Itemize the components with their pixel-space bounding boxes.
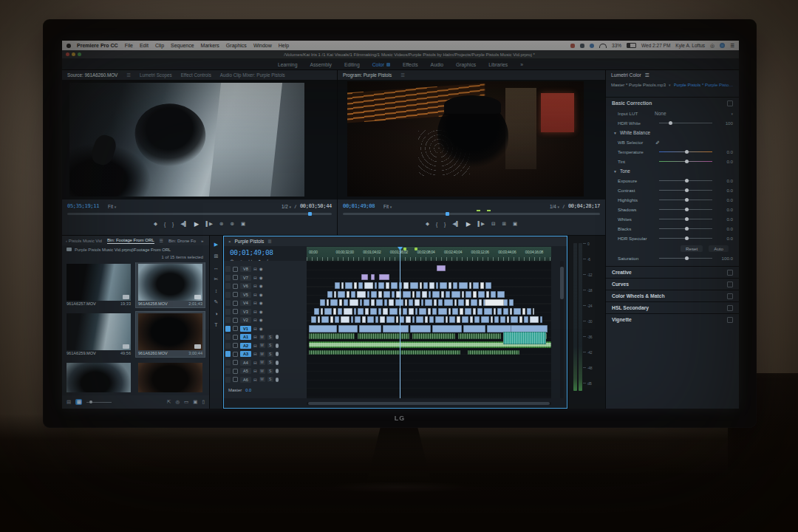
timeline-clip[interactable] [347,291,349,298]
timeline-clip[interactable] [428,308,431,315]
timeline-clip[interactable] [358,333,409,339]
track-visibility-icon[interactable]: ◉ [259,267,263,271]
timeline-clip[interactable] [416,316,423,323]
track-target-v6[interactable]: V6 [240,283,251,289]
source-patch[interactable] [225,326,231,332]
timeline-clip[interactable] [466,299,469,306]
timeline-clip[interactable] [497,291,505,298]
tab-source[interactable]: Source: 961A6260.MOV [67,72,117,78]
timeline-clip[interactable] [410,282,418,289]
slider-value[interactable]: 0.0 [717,197,733,202]
timeline-clip[interactable] [452,308,458,315]
section-basic-correction[interactable]: Basic Correction [606,97,739,109]
track-target-a5[interactable]: A5 [240,368,251,374]
timeline-clip[interactable] [478,291,485,298]
lock-icon[interactable] [233,335,238,340]
timeline-clip[interactable] [473,282,479,289]
solo-button[interactable]: S [267,352,273,357]
slider-track[interactable] [659,238,712,239]
timeline-clip[interactable] [357,291,366,298]
sync-lock-icon[interactable]: ⊟ [253,361,257,365]
slider-track[interactable] [659,190,712,191]
icon-view-icon[interactable]: ▦ [75,399,82,405]
master-track-header[interactable]: Master0.0 [224,386,307,395]
panel-menu-icon[interactable]: ☰ [267,239,271,244]
mark-out-icon[interactable]: } [172,222,174,227]
timeline-clip[interactable] [438,308,447,315]
timeline-clip[interactable] [389,308,398,315]
section-hsl-secondary[interactable]: HSL Secondary [606,301,739,313]
reset-button[interactable]: Reset [681,245,703,252]
video-track-header-v6[interactable]: V6⊟◉ [224,282,307,290]
timeline-clip[interactable] [514,308,521,315]
timeline-clip[interactable] [406,316,411,323]
solo-button[interactable]: S [267,335,273,340]
tint-slider[interactable] [659,161,712,162]
timeline-clip[interactable] [458,299,464,306]
timeline-clip[interactable] [324,308,332,315]
timeline-clip[interactable] [481,316,489,323]
timeline-clip[interactable] [345,282,352,289]
timeline-clip[interactable] [327,299,329,306]
new-item-icon[interactable]: ▣ [193,399,197,405]
menu-item-window[interactable]: Window [253,43,272,48]
track-target-a6[interactable]: A6 [240,377,251,383]
source-video-frame[interactable] [69,83,304,197]
step-back-icon[interactable]: ◀▌ [452,221,460,227]
timeline-clip[interactable] [462,316,468,323]
timeline-clip[interactable] [474,316,480,323]
slider-value[interactable]: 0.0 [717,188,733,193]
menu-item-graphics[interactable]: Graphics [226,43,247,48]
timeline-clip[interactable] [309,350,460,355]
timeline-clip[interactable] [309,325,337,332]
slider-value[interactable]: 0.0 [717,226,733,231]
workspace-tab-assembly[interactable]: Assembly [310,62,331,67]
lock-icon[interactable] [233,275,238,280]
track-target-v3[interactable]: V3 [240,309,251,315]
timeline-clip[interactable] [446,316,448,323]
timeline-clip[interactable] [458,333,501,339]
clip-cell-selected[interactable]: 961A6260.MOV3;00;44 [136,312,205,357]
selection-tool[interactable]: ▶ [214,242,218,248]
timeline-clip[interactable] [419,308,426,315]
lock-icon[interactable] [233,352,238,357]
section-checkbox[interactable] [727,317,733,323]
source-patch[interactable] [225,351,231,357]
saturation-value[interactable]: 100.0 [717,256,733,261]
minimize-window-button[interactable] [72,52,75,56]
slider-track[interactable] [659,219,712,219]
audio-track-header-a6[interactable]: A6⊟MS [224,376,307,383]
mark-out-icon[interactable]: } [444,222,446,227]
timeline-clip[interactable] [480,282,484,289]
voiceover-record-icon[interactable] [276,369,279,373]
timeline-horizontal-scrollbar[interactable] [307,402,551,405]
video-track-header-v8[interactable]: V8⊟◉ [224,265,307,273]
ripple-edit-tool[interactable]: ↔ [214,265,219,270]
extract-icon[interactable]: ⊞ [502,221,505,227]
timeline-tab[interactable]: Purple Pistols [235,239,265,244]
input-lut-dropdown[interactable]: None [655,111,666,116]
audio-track-header-a3[interactable]: A3⊟MS [224,350,307,358]
track-target-v4[interactable]: V4 [240,300,251,306]
timeline-clip[interactable] [358,282,363,289]
tab-effect-controls[interactable]: Effect Controls [181,72,211,78]
timeline-clip[interactable] [361,274,368,280]
slider-value[interactable]: 0.0 [717,178,733,183]
track-target-a4[interactable]: A4 [240,360,251,366]
timeline-clip[interactable] [446,291,450,298]
timeline-clip[interactable] [485,299,504,306]
lock-icon[interactable] [233,318,238,323]
audio-track-header-a2[interactable]: A2⊟MS [224,342,307,349]
timeline-clip[interactable] [524,316,528,323]
timeline-clip[interactable] [335,316,339,323]
timeline-clip[interactable] [378,308,381,315]
track-visibility-icon[interactable]: ◉ [259,284,263,288]
timeline-clip[interactable] [540,316,542,323]
playhead[interactable] [400,247,400,398]
sync-lock-icon[interactable]: ⊟ [253,378,257,382]
tab-program[interactable]: Program: Purple Pistols [343,72,392,78]
close-window-button[interactable] [66,52,69,56]
timeline-clip[interactable] [410,325,431,332]
clip-cell[interactable]: 961A6257.MOV19;33 [64,262,133,307]
timeline-clip[interactable] [412,333,455,339]
